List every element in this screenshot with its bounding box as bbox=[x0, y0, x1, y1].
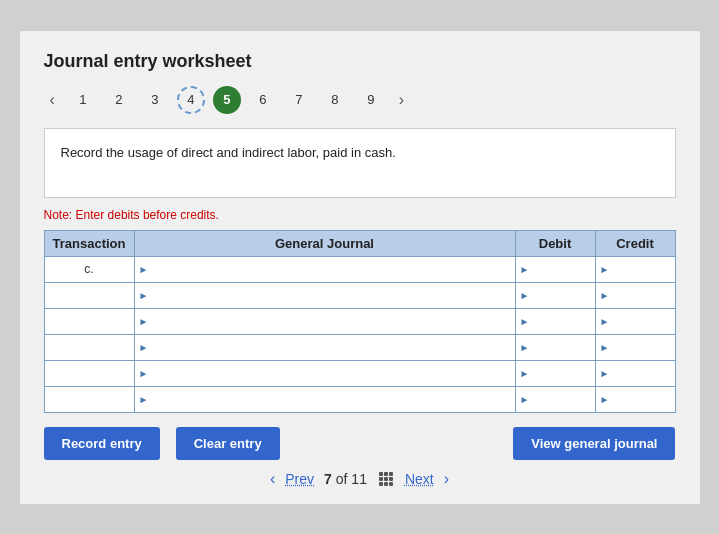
table-row: c. ► ► ► bbox=[44, 256, 675, 282]
table-row: ► ► ► bbox=[44, 282, 675, 308]
debit-cell-2[interactable]: ► bbox=[515, 282, 595, 308]
nav-prev-arrow[interactable]: ‹ bbox=[44, 89, 61, 111]
general-journal-input-6[interactable] bbox=[150, 392, 510, 406]
credit-cell-4[interactable]: ► bbox=[595, 334, 675, 360]
general-journal-input-3[interactable] bbox=[150, 314, 510, 328]
grid-icon[interactable] bbox=[379, 472, 393, 486]
cell-arrow: ► bbox=[520, 368, 530, 379]
col-transaction: Transaction bbox=[44, 230, 134, 256]
general-journal-input-5[interactable] bbox=[150, 366, 510, 380]
transaction-cell-1: c. bbox=[44, 256, 134, 282]
cell-arrow: ► bbox=[520, 394, 530, 405]
credit-cell-3[interactable]: ► bbox=[595, 308, 675, 334]
debit-input-5[interactable] bbox=[531, 366, 590, 380]
cell-arrow: ► bbox=[520, 264, 530, 275]
step-9[interactable]: 9 bbox=[357, 86, 385, 114]
debit-cell-5[interactable]: ► bbox=[515, 360, 595, 386]
journal-table: Transaction General Journal Debit Credit… bbox=[44, 230, 676, 413]
cell-arrow: ► bbox=[600, 368, 610, 379]
general-journal-input-2[interactable] bbox=[150, 288, 510, 302]
pagination-next-arrow[interactable]: › bbox=[444, 470, 449, 488]
instruction-box: Record the usage of direct and indirect … bbox=[44, 128, 676, 198]
step-5[interactable]: 5 bbox=[213, 86, 241, 114]
credit-cell-1[interactable]: ► bbox=[595, 256, 675, 282]
cell-arrow: ► bbox=[600, 264, 610, 275]
col-credit: Credit bbox=[595, 230, 675, 256]
general-journal-cell-1[interactable]: ► bbox=[134, 256, 515, 282]
general-journal-input-4[interactable] bbox=[150, 340, 510, 354]
cell-arrow: ► bbox=[520, 316, 530, 327]
general-journal-cell-6[interactable]: ► bbox=[134, 386, 515, 412]
pagination-prev-arrow[interactable]: ‹ bbox=[270, 470, 275, 488]
note-text: Note: Enter debits before credits. bbox=[44, 208, 676, 222]
debit-input-3[interactable] bbox=[531, 314, 590, 328]
table-row: ► ► ► bbox=[44, 386, 675, 412]
step-8[interactable]: 8 bbox=[321, 86, 349, 114]
pagination-total: 11 bbox=[351, 471, 367, 487]
step-7[interactable]: 7 bbox=[285, 86, 313, 114]
clear-entry-button[interactable]: Clear entry bbox=[176, 427, 280, 460]
debit-input-1[interactable] bbox=[531, 262, 590, 276]
step-2[interactable]: 2 bbox=[105, 86, 133, 114]
button-row: Record entry Clear entry View general jo… bbox=[44, 427, 676, 460]
step-nav: ‹ 1 2 3 4 5 6 7 8 9 › bbox=[44, 86, 676, 114]
general-journal-input-1[interactable] bbox=[150, 262, 510, 276]
page-title: Journal entry worksheet bbox=[44, 51, 676, 72]
col-debit: Debit bbox=[515, 230, 595, 256]
debit-cell-4[interactable]: ► bbox=[515, 334, 595, 360]
main-container: Journal entry worksheet ‹ 1 2 3 4 5 6 7 … bbox=[20, 31, 700, 504]
cell-arrow: ► bbox=[139, 290, 149, 301]
cell-arrow: ► bbox=[139, 264, 149, 275]
credit-cell-5[interactable]: ► bbox=[595, 360, 675, 386]
cell-arrow: ► bbox=[139, 394, 149, 405]
table-row: ► ► ► bbox=[44, 360, 675, 386]
general-journal-cell-5[interactable]: ► bbox=[134, 360, 515, 386]
transaction-cell-2 bbox=[44, 282, 134, 308]
cell-arrow: ► bbox=[139, 342, 149, 353]
cell-arrow: ► bbox=[600, 342, 610, 353]
step-3[interactable]: 3 bbox=[141, 86, 169, 114]
pagination-prev-label[interactable]: Prev bbox=[285, 471, 314, 487]
transaction-cell-5 bbox=[44, 360, 134, 386]
pagination-info: 7 of 11 bbox=[324, 471, 367, 487]
record-entry-button[interactable]: Record entry bbox=[44, 427, 160, 460]
col-general: General Journal bbox=[134, 230, 515, 256]
debit-cell-1[interactable]: ► bbox=[515, 256, 595, 282]
step-1[interactable]: 1 bbox=[69, 86, 97, 114]
credit-cell-6[interactable]: ► bbox=[595, 386, 675, 412]
cell-arrow: ► bbox=[139, 316, 149, 327]
pagination-current: 7 bbox=[324, 471, 332, 487]
general-journal-cell-4[interactable]: ► bbox=[134, 334, 515, 360]
pagination-row: ‹ Prev 7 of 11 Next › bbox=[44, 470, 676, 488]
cell-arrow: ► bbox=[600, 316, 610, 327]
step-4[interactable]: 4 bbox=[177, 86, 205, 114]
credit-cell-2[interactable]: ► bbox=[595, 282, 675, 308]
general-journal-cell-2[interactable]: ► bbox=[134, 282, 515, 308]
transaction-cell-4 bbox=[44, 334, 134, 360]
debit-input-2[interactable] bbox=[531, 288, 590, 302]
cell-arrow: ► bbox=[520, 290, 530, 301]
credit-input-2[interactable] bbox=[611, 288, 670, 302]
cell-arrow: ► bbox=[600, 394, 610, 405]
nav-next-arrow[interactable]: › bbox=[393, 89, 410, 111]
cell-arrow: ► bbox=[139, 368, 149, 379]
view-general-journal-button[interactable]: View general journal bbox=[513, 427, 675, 460]
debit-input-6[interactable] bbox=[531, 392, 590, 406]
cell-arrow: ► bbox=[600, 290, 610, 301]
cell-arrow: ► bbox=[520, 342, 530, 353]
transaction-cell-6 bbox=[44, 386, 134, 412]
general-journal-cell-3[interactable]: ► bbox=[134, 308, 515, 334]
transaction-cell-3 bbox=[44, 308, 134, 334]
credit-input-1[interactable] bbox=[611, 262, 670, 276]
credit-input-6[interactable] bbox=[611, 392, 670, 406]
debit-cell-6[interactable]: ► bbox=[515, 386, 595, 412]
instruction-text: Record the usage of direct and indirect … bbox=[61, 145, 396, 160]
pagination-next-label[interactable]: Next bbox=[405, 471, 434, 487]
credit-input-5[interactable] bbox=[611, 366, 670, 380]
credit-input-3[interactable] bbox=[611, 314, 670, 328]
debit-input-4[interactable] bbox=[531, 340, 590, 354]
credit-input-4[interactable] bbox=[611, 340, 670, 354]
step-6[interactable]: 6 bbox=[249, 86, 277, 114]
pagination-of: of bbox=[336, 471, 348, 487]
debit-cell-3[interactable]: ► bbox=[515, 308, 595, 334]
